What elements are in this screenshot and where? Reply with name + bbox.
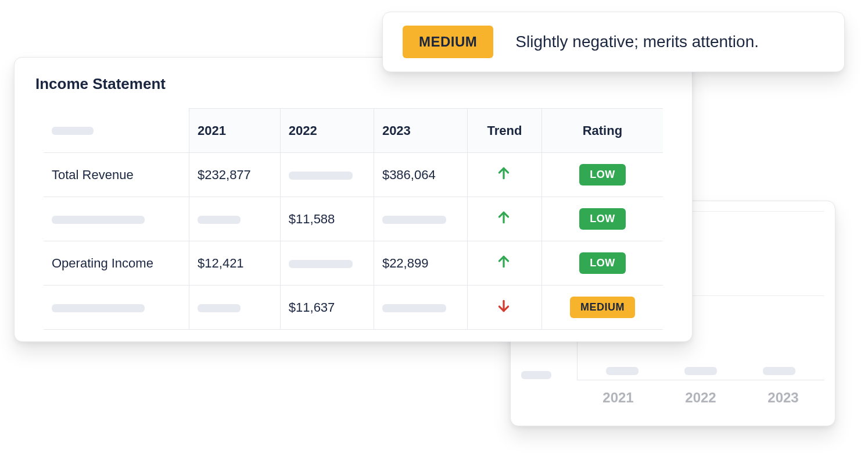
- cell-2022: [280, 241, 374, 286]
- cell-2023: [374, 286, 467, 330]
- arrow-down-icon: [496, 298, 512, 315]
- table-header-metric: [44, 109, 189, 153]
- chart-x-axis: 2021 2022 2023: [577, 380, 824, 415]
- rating-badge: LOW: [579, 164, 626, 186]
- cell-2023: [374, 197, 467, 241]
- chart-x-label-2023: 2023: [767, 390, 798, 406]
- cell-2021: [189, 286, 281, 330]
- arrow-up-icon: [496, 166, 512, 182]
- income-statement-table: 2021 2022 2023 Trend Rating Total Revenu…: [44, 108, 663, 330]
- arrow-up-icon: [496, 254, 512, 270]
- chart-bar-column-2021: [583, 367, 662, 380]
- callout-card: MEDIUM Slightly negative; merits attenti…: [382, 12, 845, 72]
- cell-2021: [189, 197, 281, 241]
- cell-trend: [467, 197, 541, 241]
- metric-name: [44, 286, 189, 330]
- metric-name: Total Revenue: [44, 153, 189, 197]
- table-header-trend: Trend: [467, 109, 541, 153]
- cell-2021: $12,421: [189, 241, 281, 286]
- chart-bar-value-placeholder: [763, 367, 795, 375]
- cell-2022: $11,637: [280, 286, 374, 330]
- arrow-up-icon: [496, 210, 512, 226]
- cell-trend: [467, 286, 541, 330]
- cell-2022: $11,588: [280, 197, 374, 241]
- chart-x-label-2022: 2022: [685, 390, 716, 406]
- table-header-rating: Rating: [541, 109, 663, 153]
- cell-rating: LOW: [541, 241, 663, 286]
- rating-badge: LOW: [579, 208, 626, 230]
- metric-name: Operating Income: [44, 241, 189, 286]
- table-row: $11,588LOW: [44, 197, 663, 241]
- cell-2021: $232,877: [189, 153, 281, 197]
- cell-rating: MEDIUM: [541, 286, 663, 330]
- rating-badge: MEDIUM: [570, 297, 635, 318]
- callout-text: Slightly negative; merits attention.: [515, 33, 759, 51]
- cell-2023: $22,899: [374, 241, 467, 286]
- chart-bar-value-placeholder: [606, 367, 639, 375]
- cell-2022: [280, 153, 374, 197]
- table-header-2022: 2022: [280, 109, 374, 153]
- metric-name: [44, 197, 189, 241]
- table-header-2023: 2023: [374, 109, 467, 153]
- placeholder-label: [52, 127, 94, 135]
- y-axis-tick-placeholder: [521, 371, 551, 379]
- chart-x-label-2021: 2021: [602, 390, 633, 406]
- callout-rating-badge: MEDIUM: [403, 26, 493, 58]
- cell-trend: [467, 153, 541, 197]
- table-row: $11,637MEDIUM: [44, 286, 663, 330]
- rating-badge: LOW: [579, 252, 626, 274]
- cell-rating: LOW: [541, 197, 663, 241]
- chart-bar-column-2022: [662, 367, 740, 380]
- chart-bar-value-placeholder: [684, 367, 717, 375]
- chart-bar-column-2023: [740, 367, 819, 380]
- cell-rating: LOW: [541, 153, 663, 197]
- table-header-2021: 2021: [189, 109, 281, 153]
- income-statement-card: Income Statement 2021 2022 2023 Trend Ra…: [14, 57, 693, 342]
- table-header-row: 2021 2022 2023 Trend Rating: [44, 109, 663, 153]
- table-row: Total Revenue$232,877$386,064LOW: [44, 153, 663, 197]
- table-row: Operating Income$12,421$22,899LOW: [44, 241, 663, 286]
- cell-trend: [467, 241, 541, 286]
- cell-2023: $386,064: [374, 153, 467, 197]
